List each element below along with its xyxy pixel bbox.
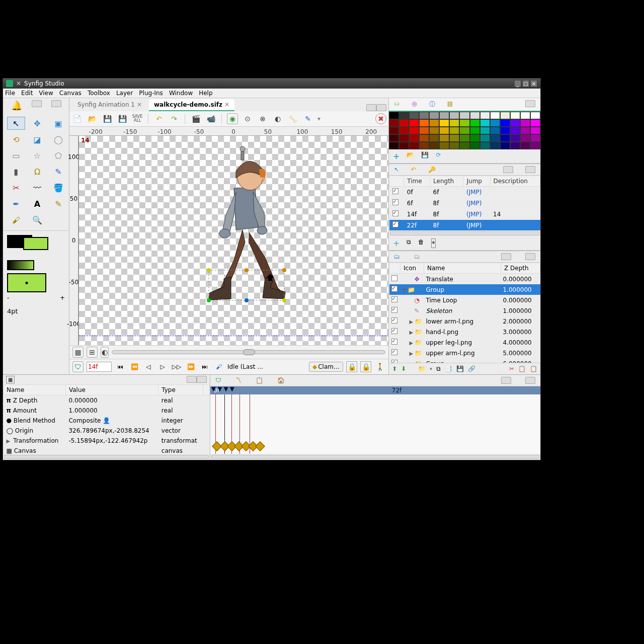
onion2-icon[interactable]: ⊙ — [242, 113, 253, 124]
saveall-icon[interactable]: SAVEALL — [132, 113, 143, 124]
dock-tab[interactable] — [197, 376, 207, 383]
key-tab-icon[interactable]: 🔑 — [428, 166, 436, 173]
palette-swatch[interactable] — [449, 142, 459, 149]
snap-icon[interactable]: ⊞ — [87, 347, 98, 358]
col-type[interactable]: Type — [158, 385, 203, 395]
layer-row[interactable]: ▶📁 hand-l.png3.000000 — [389, 327, 540, 337]
onion1-icon[interactable]: ◉ — [227, 113, 238, 124]
sketch-tool[interactable]: ✎ — [49, 197, 67, 210]
palette-swatch[interactable] — [399, 142, 409, 149]
meta-icon[interactable]: ▤ — [447, 100, 453, 109]
keyframe-row[interactable]: 14f8f(JMP)14 — [389, 209, 540, 220]
undo-hist-icon[interactable]: ↶ — [411, 166, 416, 173]
layer-row[interactable]: ▶📁 upper arm-l.png5.000000 — [389, 348, 540, 358]
sets-tab-icon[interactable]: 🗂 — [414, 253, 420, 260]
palette-swatch[interactable] — [490, 112, 500, 119]
keyframe-row[interactable]: 6f8f(JMP) — [389, 198, 540, 209]
compass-icon[interactable]: ◎ — [412, 100, 417, 109]
lock-future-icon[interactable]: 🔒 — [360, 361, 371, 372]
layer-visible-checkbox[interactable] — [391, 296, 397, 302]
eyedrop-tool[interactable]: ✒ — [7, 197, 25, 210]
gradient-tool[interactable]: ▮ — [7, 165, 25, 178]
tab-animation1[interactable]: Synfig Animation 1✕ — [72, 99, 147, 111]
keyframe-checkbox[interactable] — [392, 199, 398, 205]
menu-help[interactable]: Help — [199, 90, 212, 97]
tab-walkcycle[interactable]: walkcycle-demo.sifz✕ — [149, 99, 234, 111]
dock-tab[interactable] — [525, 377, 535, 384]
grid-icon[interactable]: ▦ — [72, 347, 84, 358]
palette-swatch[interactable] — [429, 127, 439, 134]
palette-swatch[interactable] — [409, 142, 419, 149]
smooth-move-tool[interactable]: ✥ — [28, 117, 46, 130]
seek-start-icon[interactable]: ⏮ — [115, 361, 126, 372]
menu-file[interactable]: File — [5, 90, 15, 97]
palette-swatch[interactable] — [389, 119, 399, 127]
step-back-icon[interactable]: ◁ — [143, 361, 154, 372]
palette-swatch[interactable] — [470, 134, 480, 142]
horizontal-guide[interactable] — [79, 336, 388, 336]
param-row[interactable]: π Amount1.000000real — [4, 406, 210, 416]
palette-swatch[interactable] — [500, 112, 510, 119]
layer-row[interactable]: ▼📁 Group1.000000 — [389, 284, 540, 295]
palette-swatch[interactable] — [520, 127, 530, 134]
col-name[interactable]: Name — [4, 385, 66, 395]
palette-swatch[interactable] — [409, 119, 419, 127]
shield-icon[interactable]: 🛡 — [72, 361, 84, 372]
dock-tab[interactable] — [376, 104, 386, 111]
seek-prev-key-icon[interactable]: ⏪ — [129, 361, 140, 372]
seek-next-key-icon[interactable]: ⏩ — [185, 361, 196, 372]
open-palette-icon[interactable]: 📂 — [407, 151, 414, 161]
palette-swatch[interactable] — [419, 127, 429, 134]
palette-swatch[interactable] — [480, 142, 490, 149]
col-icon[interactable]: Icon — [400, 263, 424, 274]
saveas-icon[interactable]: 💾 — [117, 113, 128, 124]
loop-icon[interactable]: 🖌 — [213, 361, 224, 372]
col-length[interactable]: Length — [430, 176, 463, 187]
toolbox-tab-icon[interactable]: 🔔 — [11, 100, 22, 111]
circle-tool[interactable]: ◯ — [49, 133, 67, 146]
zoom-slider[interactable] — [112, 350, 385, 354]
library-tab-icon[interactable]: 🏠 — [277, 377, 285, 384]
layer-visible-checkbox[interactable] — [391, 286, 397, 292]
palette-swatch[interactable] — [470, 127, 480, 134]
palette-swatch[interactable] — [409, 127, 419, 134]
layer-row[interactable]: ▶📁 lower arm-l.png2.000000 — [389, 316, 540, 327]
palette-swatch[interactable] — [389, 112, 399, 119]
save-palette-icon[interactable]: 💾 — [421, 151, 429, 161]
palette-swatch[interactable] — [520, 142, 530, 149]
palette-swatch[interactable] — [399, 134, 409, 142]
palette-swatch[interactable] — [409, 112, 419, 119]
brush-tool[interactable]: 🖌 — [7, 213, 25, 226]
close-canvas-icon[interactable]: ✖ — [375, 113, 386, 124]
preview-icon[interactable]: 📹 — [205, 113, 216, 124]
palette-swatch[interactable] — [490, 134, 500, 142]
palette-swatch[interactable] — [530, 134, 540, 142]
palette-swatch[interactable] — [429, 112, 439, 119]
param-row[interactable]: ◯ Origin326.789674px,-2038.8254vector — [4, 426, 210, 436]
palette-swatch[interactable] — [419, 134, 429, 142]
palette-swatch[interactable] — [449, 119, 459, 127]
palette-swatch[interactable] — [520, 134, 530, 142]
palette-swatch[interactable] — [459, 127, 469, 134]
layer-visible-checkbox[interactable] — [391, 317, 397, 324]
param-row[interactable]: ⬣ Blend MethodComposite 👤integer — [4, 416, 210, 426]
rectangle-tool[interactable]: ▭ — [7, 149, 25, 162]
dock-tab[interactable] — [32, 100, 42, 107]
transform-tool[interactable]: ↖ — [7, 117, 25, 130]
layer-visible-checkbox[interactable] — [391, 328, 397, 334]
new-layer-icon[interactable]: 📁 — [418, 365, 426, 372]
polygon-tool[interactable]: ⬠ — [49, 149, 67, 162]
palette-swatch[interactable] — [449, 134, 459, 142]
arrow-tab-icon[interactable]: ↖ — [394, 166, 399, 173]
fill-color[interactable] — [23, 237, 48, 250]
palette-swatch[interactable] — [389, 142, 399, 149]
palette-swatch[interactable] — [459, 112, 469, 119]
keyframe-checkbox[interactable] — [392, 221, 398, 227]
step-fwd-icon[interactable]: ▷▷ — [171, 361, 182, 372]
timetrack-tab-icon[interactable]: 🛡 — [215, 377, 221, 384]
curves-tab-icon[interactable]: 〽 — [235, 377, 242, 384]
palette-swatch[interactable] — [439, 134, 449, 142]
menu-plugins[interactable]: Plug-Ins — [139, 90, 163, 97]
dock-tab[interactable] — [51, 100, 61, 107]
param-row[interactable]: π Z Depth0.000000real — [4, 395, 210, 406]
